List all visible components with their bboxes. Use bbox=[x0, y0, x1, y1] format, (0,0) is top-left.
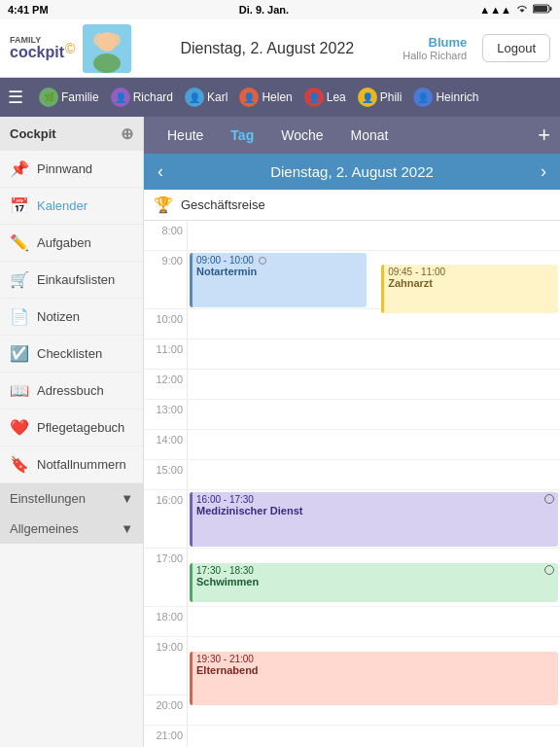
sidebar-title: Cockpit bbox=[10, 126, 56, 141]
time-slot-1600[interactable]: 16:00 - 17:30 Medizinischer Dienst bbox=[187, 490, 560, 548]
nav-member-phili[interactable]: 👤 Phili bbox=[354, 86, 406, 109]
content-area: Heute Tag Woche Monat + ‹ Dienstag, 2. A… bbox=[144, 117, 560, 747]
time-slot-1500[interactable] bbox=[187, 460, 560, 489]
time-slot-1100[interactable] bbox=[187, 339, 560, 369]
sidebar-item-notizen[interactable]: 📄 Notizen bbox=[0, 299, 143, 336]
nav-member-richard[interactable]: 👤 Richard bbox=[107, 86, 177, 109]
time-row-800: 8:00 bbox=[144, 221, 560, 251]
nav-member-karl[interactable]: 👤 Karl bbox=[181, 86, 231, 109]
event-schwimmen-title: Schwimmen bbox=[196, 576, 554, 587]
nav-label-lea: Lea bbox=[327, 90, 346, 104]
time-row-1000: 10:00 bbox=[144, 309, 560, 339]
time-label-1700: 17:00 bbox=[144, 549, 187, 606]
event-notartermin-time: 09:00 - 10:00 bbox=[196, 255, 363, 266]
event-elternabend-time: 19:30 - 21:00 bbox=[196, 654, 554, 664]
avatar-familie: 🌿 bbox=[39, 88, 58, 107]
allgemeines-chevron: ▼ bbox=[121, 521, 133, 536]
tab-monat[interactable]: Monat bbox=[337, 120, 402, 151]
wifi-icon bbox=[515, 4, 529, 16]
nav-label-familie: Familie bbox=[61, 90, 99, 104]
sidebar-section-allgemeines[interactable]: Allgemeines ▼ bbox=[0, 514, 143, 544]
time-slot-1800[interactable] bbox=[187, 607, 560, 636]
main-layout: Cockpit ⊕ 📌 Pinnwand 📅 Kalender ✏️ Aufga… bbox=[0, 117, 560, 747]
sidebar-label-aufgaben: Aufgaben bbox=[37, 235, 91, 250]
allday-event-title[interactable]: Geschäftsreise bbox=[181, 197, 265, 212]
sidebar-label-pinnwand: Pinnwand bbox=[37, 161, 92, 176]
nav-label-richard: Richard bbox=[133, 90, 173, 104]
date-nav: ‹ Dienstag, 2. August 2022 › bbox=[144, 154, 560, 190]
time-slot-2000[interactable] bbox=[187, 695, 560, 725]
sidebar-plus-icon[interactable]: ⊕ bbox=[121, 124, 133, 143]
sidebar-item-pinnwand[interactable]: 📌 Pinnwand bbox=[0, 151, 143, 188]
sidebar-item-aufgaben[interactable]: ✏️ Aufgaben bbox=[0, 225, 143, 262]
time-slot-800[interactable] bbox=[187, 221, 560, 250]
time-row-1400: 14:00 bbox=[144, 430, 560, 460]
header-date: Dienstag, 2. August 2022 bbox=[139, 40, 395, 57]
hamburger-icon[interactable]: ☰ bbox=[8, 87, 23, 108]
tab-heute[interactable]: Heute bbox=[154, 120, 217, 151]
time-row-1700: 17:00 17:30 - 18:30 Schwimmen bbox=[144, 549, 560, 607]
sidebar-item-adressbuch[interactable]: 📖 Adressbuch bbox=[0, 373, 143, 409]
event-schwimmen-time: 17:30 - 18:30 bbox=[196, 565, 554, 576]
time-slot-1900[interactable]: 19:30 - 21:00 Elternabend bbox=[187, 637, 560, 694]
logout-button[interactable]: Logout bbox=[482, 34, 550, 62]
nav-label-helen: Helen bbox=[262, 90, 292, 104]
nav-member-familie[interactable]: 🌿 Familie bbox=[35, 86, 103, 109]
nav-member-lea[interactable]: 👤 Lea bbox=[300, 86, 350, 109]
avatar-richard: 👤 bbox=[111, 88, 130, 107]
time-slot-900[interactable]: 09:00 - 10:00 Notartermin 09:45 - 11:00 … bbox=[187, 251, 560, 308]
tab-tag[interactable]: Tag bbox=[217, 120, 267, 151]
status-bar: 4:41 PM Di. 9. Jan. ▲▲▲ bbox=[0, 0, 560, 19]
sidebar-item-notfallnummern[interactable]: 🔖 Notfallnummern bbox=[0, 446, 143, 483]
calendar-grid[interactable]: 8:00 9:00 09:00 - 10:00 Notartermin 09:4… bbox=[144, 221, 560, 747]
header-photo bbox=[83, 24, 131, 73]
time-label-1000: 10:00 bbox=[144, 309, 187, 338]
einkaufslisten-icon: 🛒 bbox=[10, 270, 29, 289]
time-label-900: 9:00 bbox=[144, 251, 187, 308]
time-label-1500: 15:00 bbox=[144, 460, 187, 489]
nav-member-heinrich[interactable]: 👤 Heinrich bbox=[409, 86, 482, 109]
time-slot-1000[interactable] bbox=[187, 309, 560, 338]
time-slot-1700[interactable]: 17:30 - 18:30 Schwimmen bbox=[187, 549, 560, 606]
sidebar-label-checklisten: Checklisten bbox=[37, 346, 102, 361]
time-label-1100: 11:00 bbox=[144, 339, 187, 369]
sidebar: Cockpit ⊕ 📌 Pinnwand 📅 Kalender ✏️ Aufga… bbox=[0, 117, 144, 747]
tab-woche[interactable]: Woche bbox=[267, 120, 336, 151]
nav-member-helen[interactable]: 👤 Helen bbox=[235, 86, 296, 109]
time-label-1900: 19:00 bbox=[144, 637, 187, 694]
sidebar-item-checklisten[interactable]: ☑️ Checklisten bbox=[0, 336, 143, 373]
event-notartermin[interactable]: 09:00 - 10:00 Notartermin bbox=[190, 253, 367, 307]
event-med-time-text: 16:00 - 17:30 bbox=[196, 494, 254, 505]
prev-date-button[interactable]: ‹ bbox=[158, 161, 163, 182]
header-info: Dienstag, 2. August 2022 bbox=[139, 40, 395, 57]
allday-area: 🏆 Geschäftsreise bbox=[144, 190, 560, 221]
event-elternabend-title: Elternabend bbox=[196, 664, 554, 676]
time-row-1800: 18:00 bbox=[144, 607, 560, 637]
allgemeines-label: Allgemeines bbox=[10, 521, 79, 536]
event-zahnarzt[interactable]: 09:45 - 11:00 Zahnarzt bbox=[381, 265, 558, 313]
time-row-1500: 15:00 bbox=[144, 460, 560, 490]
battery-icon bbox=[533, 4, 552, 16]
nav-label-heinrich: Heinrich bbox=[436, 90, 478, 104]
time-slot-1400[interactable] bbox=[187, 430, 560, 459]
sidebar-item-kalender[interactable]: 📅 Kalender bbox=[0, 188, 143, 225]
add-event-button[interactable]: + bbox=[538, 124, 550, 146]
sidebar-item-pflegetagebuch[interactable]: ❤️ Pflegetagebuch bbox=[0, 409, 143, 446]
time-slot-2100[interactable] bbox=[187, 726, 560, 747]
logo-icon: © bbox=[65, 41, 75, 56]
event-schwimmen[interactable]: 17:30 - 18:30 Schwimmen bbox=[190, 563, 558, 602]
avatar-heinrich: 👤 bbox=[413, 88, 433, 107]
time-row-1300: 13:00 bbox=[144, 400, 560, 430]
svg-point-7 bbox=[107, 33, 121, 47]
next-date-button[interactable]: › bbox=[541, 161, 546, 182]
time-slot-1200[interactable] bbox=[187, 370, 560, 399]
nav-label-karl: Karl bbox=[207, 90, 228, 104]
time-slot-1300[interactable] bbox=[187, 400, 560, 429]
time-label-1200: 12:00 bbox=[144, 370, 187, 399]
sidebar-item-einkaufslisten[interactable]: 🛒 Einkaufslisten bbox=[0, 262, 143, 299]
event-zahnarzt-title: Zahnarzt bbox=[388, 277, 554, 289]
event-medizinischer-dienst[interactable]: 16:00 - 17:30 Medizinischer Dienst bbox=[190, 492, 558, 547]
sidebar-section-einstellungen[interactable]: Einstellungen ▼ bbox=[0, 483, 143, 514]
time-row-2000: 20:00 bbox=[144, 695, 560, 726]
time-row-1600: 16:00 16:00 - 17:30 Medizinischer Dienst bbox=[144, 490, 560, 549]
